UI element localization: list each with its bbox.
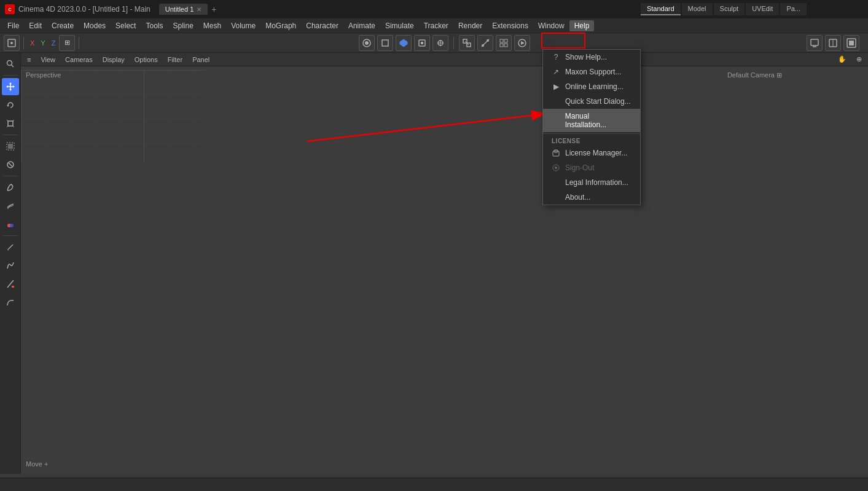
svg-point-49: [10, 224, 14, 227]
menu-select[interactable]: Select: [111, 20, 141, 31]
left-move-btn[interactable]: [2, 78, 19, 95]
menu-mograph[interactable]: MoGraph: [260, 20, 301, 31]
vp-menu-filter[interactable]: Filter: [165, 55, 185, 64]
svg-line-50: [8, 245, 13, 249]
toolbar-snap[interactable]: [477, 35, 493, 51]
help-sep1: [543, 133, 640, 134]
help-item-legal-info[interactable]: Legal Information...: [543, 175, 640, 190]
svg-rect-19: [500, 39, 503, 42]
left-rotate-btn[interactable]: [2, 96, 19, 114]
help-item-maxon-support[interactable]: ↗ Maxon Support...: [543, 65, 640, 79]
menu-animate[interactable]: Animate: [343, 20, 380, 31]
left-color-btn[interactable]: [2, 216, 19, 233]
vp-menu-cameras[interactable]: Cameras: [63, 55, 95, 64]
help-item-online-learning[interactable]: ▶ Online Learning...: [543, 79, 640, 94]
svg-rect-29: [849, 41, 854, 45]
menu-character[interactable]: Character: [301, 20, 343, 31]
svg-rect-56: [21, 70, 205, 162]
toolbar-transform[interactable]: [459, 35, 475, 51]
left-sep4: [3, 235, 18, 236]
help-item-license-manager[interactable]: License Manager...: [543, 146, 640, 160]
svg-marker-38: [7, 105, 9, 107]
help-install-icon: [552, 116, 560, 125]
help-item-sign-out[interactable]: Sign-Out: [543, 160, 640, 175]
vp-icon-hand[interactable]: ✋: [835, 55, 849, 64]
svg-rect-9: [421, 42, 423, 44]
tab-add-icon[interactable]: +: [211, 4, 216, 14]
toolbar-polygon-mode[interactable]: [396, 35, 412, 51]
topright-icon3[interactable]: [843, 35, 859, 51]
layout-tab-model[interactable]: Model: [682, 3, 713, 15]
help-question-icon: ?: [552, 53, 560, 61]
toolbar-render-region[interactable]: [359, 35, 375, 51]
left-scale-btn[interactable]: [2, 115, 19, 132]
menu-simulate[interactable]: Simulate: [380, 20, 419, 31]
vp-icon-zoom[interactable]: ⊕: [854, 55, 864, 64]
left-stroke-btn[interactable]: [2, 257, 19, 274]
left-paint-btn[interactable]: [2, 179, 19, 196]
left-line-btn[interactable]: [2, 275, 19, 293]
help-item-show-help[interactable]: ? Show Help...: [543, 50, 640, 65]
tab-untitled[interactable]: Untitled 1 ✕: [159, 4, 208, 15]
tab-bar: Untitled 1 ✕ +: [159, 4, 217, 15]
vp-menu-display[interactable]: Display: [100, 55, 127, 64]
axis-x[interactable]: X: [28, 38, 37, 48]
help-support-icon: ↗: [552, 68, 560, 76]
menu-render[interactable]: Render: [453, 20, 487, 31]
move-label: Move +: [26, 460, 48, 468]
toolbar-edge-mode[interactable]: [414, 35, 430, 51]
menu-tracker[interactable]: Tracker: [419, 20, 453, 31]
left-search-btn[interactable]: [2, 55, 19, 73]
menu-create[interactable]: Create: [47, 20, 79, 31]
toolbar-coord-btn[interactable]: ⊞: [59, 35, 75, 51]
vp-menu-icon[interactable]: ≡: [25, 55, 33, 64]
help-quickstart-icon: [552, 97, 560, 106]
tab-close-icon[interactable]: ✕: [197, 6, 201, 13]
left-pen-btn[interactable]: [2, 238, 19, 256]
toolbar-model-mode[interactable]: [377, 35, 393, 51]
vp-menu-view[interactable]: View: [38, 55, 58, 64]
help-item-quick-start[interactable]: Quick Start Dialog...: [543, 94, 640, 109]
layout-tab-uvedit[interactable]: UVEdit: [746, 3, 779, 15]
menu-modes[interactable]: Modes: [79, 20, 111, 31]
toolbar-render[interactable]: [514, 35, 530, 51]
menu-help[interactable]: Help: [569, 20, 595, 31]
main-area: ≡ View Cameras Display Options Filter Pa…: [0, 53, 868, 474]
vp-menu-options[interactable]: Options: [132, 55, 160, 64]
menu-mesh[interactable]: Mesh: [198, 20, 226, 31]
left-smear-btn[interactable]: [2, 197, 19, 214]
toolbar-grid[interactable]: [496, 35, 512, 51]
status-bar: [0, 477, 868, 491]
menu-edit[interactable]: Edit: [24, 20, 47, 31]
topright-icon1[interactable]: [807, 35, 823, 51]
layout-tab-pa[interactable]: Pa...: [780, 3, 807, 15]
menu-spline[interactable]: Spline: [168, 20, 198, 31]
vp-menu-panel[interactable]: Panel: [190, 55, 212, 64]
help-item-manual-install[interactable]: Manual Installation...: [543, 109, 640, 132]
axis-z[interactable]: Z: [49, 38, 58, 48]
toolbar-snap-btn[interactable]: [4, 35, 20, 51]
svg-point-80: [555, 167, 557, 169]
toolbar-sep3: [453, 37, 454, 49]
help-item-about[interactable]: About...: [543, 190, 640, 205]
left-curve-btn[interactable]: [2, 294, 19, 311]
toolbar-point-mode[interactable]: [432, 35, 448, 51]
svg-text:C: C: [8, 7, 11, 12]
svg-point-18: [487, 39, 489, 42]
layout-tab-standard[interactable]: Standard: [641, 3, 681, 15]
menu-window[interactable]: Window: [533, 20, 569, 31]
menu-volume[interactable]: Volume: [226, 20, 260, 31]
menu-extensions[interactable]: Extensions: [487, 20, 533, 31]
menu-file[interactable]: File: [2, 20, 24, 31]
svg-line-42: [7, 126, 8, 127]
svg-marker-7: [400, 39, 407, 47]
help-license-section: LICENSE: [543, 135, 640, 146]
topright-icon2[interactable]: [825, 35, 841, 51]
layout-tab-sculpt[interactable]: Sculpt: [714, 3, 745, 15]
axis-y[interactable]: Y: [38, 38, 47, 48]
menu-tools[interactable]: Tools: [141, 20, 168, 31]
left-deselect-btn[interactable]: [2, 156, 19, 173]
svg-line-43: [13, 126, 14, 127]
svg-line-40: [7, 120, 8, 121]
left-select-all-btn[interactable]: [2, 138, 19, 155]
